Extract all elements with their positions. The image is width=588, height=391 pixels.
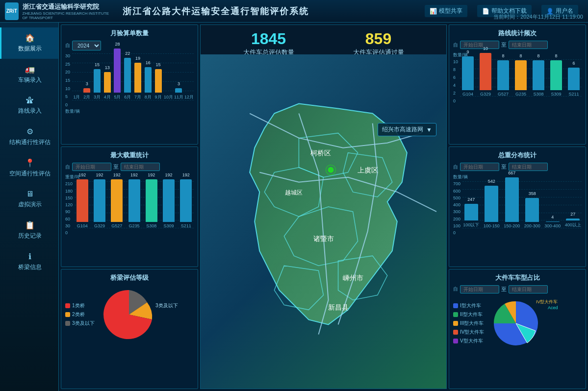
panel-weight-dist: 总重分布统计 自 至 数量/辆 700 600 500 400 300 200 … [449, 147, 586, 267]
vtype-pie-chart: IV型大件车 Aced [489, 296, 543, 350]
year-label: 自 [65, 42, 70, 49]
vtype-pie-svg [489, 296, 543, 350]
legend-color-3 [65, 321, 70, 326]
legend-color-2 [65, 312, 70, 317]
legend-color-1 [65, 303, 70, 308]
bridge-rating-title: 桥梁评估等级 [65, 273, 194, 282]
map-svg: 柯桥区 上虞区 越城区 诸暨市 嵊州市 新昌县 [201, 54, 446, 389]
wdist-y-axis: 700 600 500 400 300 200 100 0 [453, 181, 460, 235]
bar-sep: 15 9月 [153, 69, 163, 100]
route-end-date[interactable] [509, 41, 548, 49]
route-stats-title: 路线统计频次 [453, 29, 582, 38]
svg-text:嵊州市: 嵊州市 [343, 274, 363, 282]
route-bars: 9 G104 10 G329 8 G527 8 [460, 59, 582, 97]
legend-class2: 2类桥 [65, 311, 95, 318]
main-layout: 🏠 数据展示 🚛 车辆录入 🛣 路线录入 ⚙ 结构通行性评估 📍 空间通行性评估… [0, 23, 588, 391]
header-time: 当前时间：2024年11月12日 11:19:00 [493, 13, 583, 21]
route-y-axis: 10 8 6 4 2 0 [453, 59, 458, 103]
model-icon: 📊 [430, 8, 437, 15]
route-chart-container: 10 8 6 4 2 0 [453, 59, 582, 103]
panel-vehicle-type: 大件车车型占比 自 至 I型大件车 II型大件车 [449, 269, 586, 389]
sidebar-item-bridge-info[interactable]: ℹ 桥梁信息 [0, 246, 58, 277]
header: ZRiT 浙江省交通运输科学研究院 ZHEJIANG SCIENTIFIC RE… [0, 0, 588, 23]
stat-pass-value: 859 [353, 30, 404, 48]
logo-text-block: 浙江省交通运输科学研究院 ZHEJIANG SCIENTIFIC RESEARC… [23, 2, 113, 20]
weight-start-date[interactable] [72, 163, 111, 171]
sidebar-item-vehicle-input[interactable]: 🚛 车辆录入 [0, 59, 58, 90]
location-icon: 📍 [25, 158, 35, 168]
legend-class3: 3类及以下 [65, 320, 95, 327]
bar-feb: 3 2月 [82, 88, 92, 100]
bar-mar: 15 3月 [93, 69, 102, 100]
bar-jun: 22 6月 [123, 58, 132, 100]
pie-label-3class: 3类及以下 [155, 302, 178, 309]
content-grid: 月验算单数量 自 2024 30 25 20 15 10 5 0 [59, 23, 588, 391]
monthly-orders-title: 月验算单数量 [65, 29, 194, 38]
vehicle-type-title: 大件车车型占比 [453, 273, 582, 282]
gear-icon: ⚙ [26, 127, 33, 136]
bridge-pie-svg [100, 285, 158, 344]
max-weight-title: 最大载重统计 [65, 151, 194, 160]
weight-dist-title: 总重分布统计 [453, 151, 582, 160]
bar-dec: 12月 [184, 93, 194, 100]
sidebar: 🏠 数据展示 🚛 车辆录入 🛣 路线录入 ⚙ 结构通行性评估 📍 空间通行性评估… [0, 23, 59, 391]
weight-dist-filter: 自 至 [453, 163, 582, 171]
svg-point-6 [328, 167, 334, 173]
route-chart: 9 G104 10 G329 8 G527 8 [460, 59, 582, 103]
route-start-date[interactable] [460, 41, 499, 49]
vtype-label-aced: Aced [548, 305, 558, 310]
monitor-icon: 🖥 [26, 190, 34, 198]
legend-class1: 1类桥 [65, 302, 95, 309]
vtype-legend: I型大件车 II型大件车 III型大件车 IV型大件车 [453, 302, 484, 344]
wdist-chart: 247 100以下 542 100-150 667 150-200 358 [462, 181, 582, 235]
monthly-bars: 1月 3 2月 15 3月 13 4月 [72, 53, 194, 100]
bar-jan: 1月 [72, 93, 81, 100]
monthly-y-label: 数量/辆 [65, 108, 194, 115]
sidebar-item-data-display[interactable]: 🏠 数据展示 [0, 27, 58, 59]
weight-bars: 192 G104 192 G329 192 G527 192 [75, 181, 194, 228]
sidebar-item-route-input[interactable]: 🛣 路线录入 [0, 90, 58, 121]
legend-type4: IV型大件车 [453, 329, 484, 336]
chevron-down-icon: ▼ [426, 126, 432, 133]
panel-max-weight: 最大载重统计 自 至 重量/吨 210 180 150 120 90 60 30… [61, 147, 198, 267]
monthly-year-filter: 自 2024 [65, 41, 194, 50]
year-select[interactable]: 2024 [72, 41, 101, 50]
stat-total: 1845 大件车总评估数量 [243, 30, 294, 57]
sidebar-item-history[interactable]: 📋 历史记录 [0, 215, 58, 246]
bridge-content: 1类桥 2类桥 3类及以下 [65, 285, 194, 344]
svg-text:越城区: 越城区 [285, 189, 303, 196]
stat-total-value: 1845 [243, 30, 294, 48]
sidebar-item-virtual-demo[interactable]: 🖥 虚拟演示 [0, 184, 58, 215]
vtype-start-date[interactable] [460, 285, 499, 293]
legend-type1: I型大件车 [453, 302, 484, 309]
road-icon: 🛣 [26, 96, 34, 105]
vehicle-type-content: I型大件车 II型大件车 III型大件车 IV型大件车 [453, 296, 582, 350]
vtype-label-iv: IV型大件车 [536, 299, 558, 305]
help-icon: 📄 [482, 8, 489, 15]
sidebar-item-structure-eval[interactable]: ⚙ 结构通行性评估 [0, 121, 58, 152]
logo-icon: ZRiT [5, 2, 19, 20]
max-weight-filter: 自 至 [65, 163, 194, 171]
svg-text:诸暨市: 诸暨市 [313, 235, 334, 243]
svg-text:上虞区: 上虞区 [358, 167, 378, 174]
weight-chart-container: 210 180 150 120 90 60 30 0 [65, 181, 194, 235]
wdist-bars: 247 100以下 542 100-150 667 150-200 358 [462, 181, 582, 228]
svg-text:新昌县: 新昌县 [328, 304, 349, 311]
weight-end-date[interactable] [121, 163, 160, 171]
vtype-end-date[interactable] [509, 285, 548, 293]
wdist-end-date[interactable] [509, 163, 548, 171]
panel-monthly-orders: 月验算单数量 自 2024 30 25 20 15 10 5 0 [61, 24, 198, 145]
wdist-start-date[interactable] [460, 163, 499, 171]
header-title: 浙江省公路大件运输安全通行智能评价系统 [113, 5, 425, 17]
weight-chart: 192 G104 192 G329 192 G527 192 [75, 181, 194, 235]
bar-may: 28 5月 [113, 49, 122, 100]
weight-y-axis: 210 180 150 120 90 60 30 0 [65, 181, 73, 235]
info-icon: ℹ [28, 252, 31, 261]
bar-nov: 3 11月 [174, 88, 183, 100]
map-visual: 柯桥区 上虞区 越城区 诸暨市 嵊州市 新昌县 [201, 54, 446, 389]
map-dropdown[interactable]: 绍兴市高速路网 ▼ [378, 123, 436, 136]
model-share-button[interactable]: 📊 模型共享 [425, 5, 467, 17]
vehicle-type-filter: 自 至 [453, 285, 582, 293]
sidebar-item-space-eval[interactable]: 📍 空间通行性评估 [0, 152, 58, 184]
bar-jul: 19 7月 [133, 63, 143, 100]
